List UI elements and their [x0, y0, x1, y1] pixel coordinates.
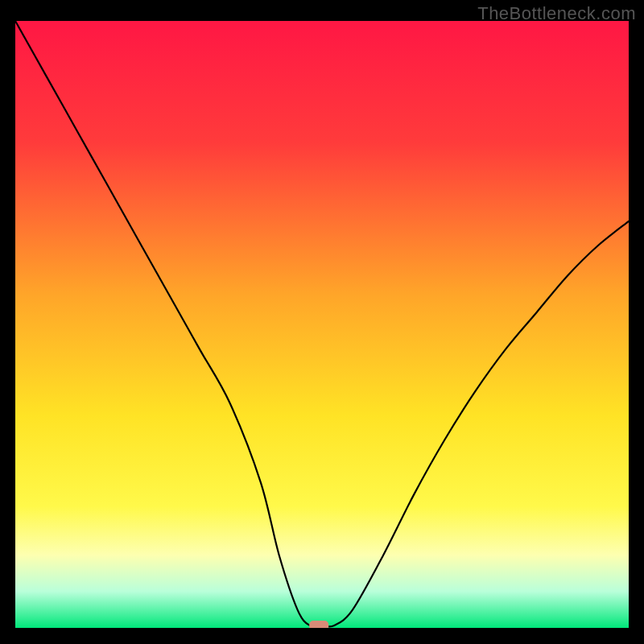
bottleneck-chart — [15, 21, 629, 628]
optimal-marker — [309, 621, 328, 628]
chart-frame: TheBottleneck.com — [0, 0, 644, 644]
gradient-background — [15, 21, 629, 628]
plot-area — [15, 21, 629, 628]
